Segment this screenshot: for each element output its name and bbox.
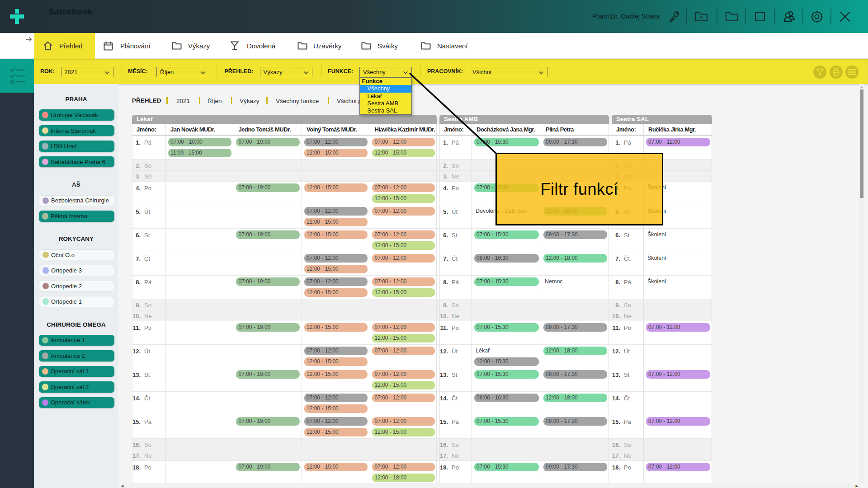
svg-text:N: N — [700, 15, 703, 19]
